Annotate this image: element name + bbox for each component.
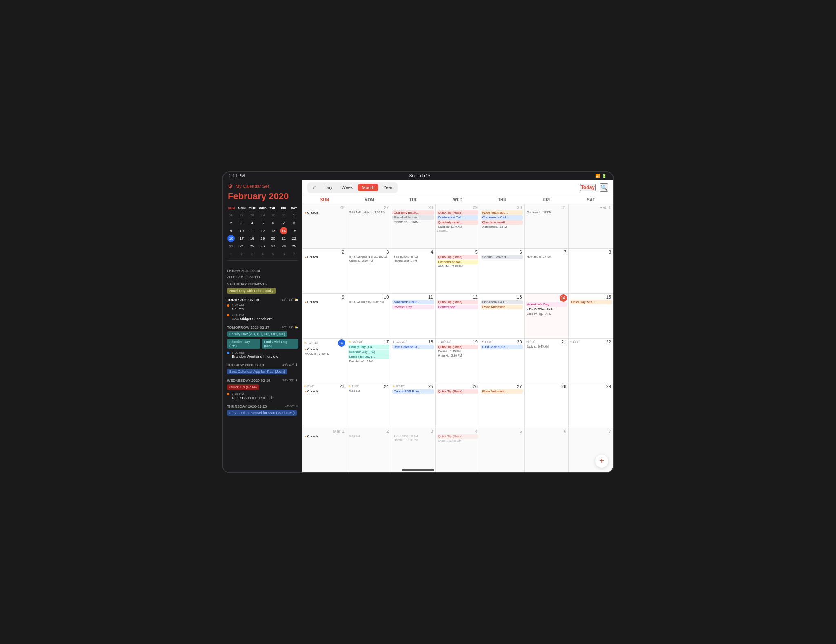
cal-event[interactable]: First Look at Se... — [481, 345, 523, 349]
cal-cell[interactable]: 28 Quarterly result... Shareholder me...… — [391, 204, 436, 249]
more-link[interactable]: 3 more... — [437, 229, 478, 232]
mini-day[interactable]: 30 — [269, 212, 277, 219]
cal-cell[interactable]: 6 Should I Move fr... — [480, 249, 525, 293]
cal-cell[interactable]: Feb 1 — [569, 204, 613, 249]
cal-cell[interactable]: 29 Quick Tip (Rose) Conference Call... Q… — [436, 204, 480, 249]
sidebar-settings[interactable]: ⚙ My Calendar Set — [228, 183, 298, 189]
cal-event[interactable]: 9:45 AM Folding and... 10 AM — [348, 255, 390, 258]
cal-cell[interactable]: 27 Rose Automatio... — [480, 383, 525, 428]
cal-event[interactable]: 9:45 AM — [348, 434, 390, 438]
cal-cell[interactable]: ⛅0°/-17° 25 Canon EOS R Im... — [391, 383, 436, 428]
cal-event[interactable]: Haircut Josh 1 PM — [392, 259, 434, 263]
cal-cell[interactable]: 31 Our favorit... 12 PM — [525, 204, 569, 249]
mini-day[interactable]: 23 — [227, 243, 235, 250]
cal-event[interactable]: Conference Call... — [437, 215, 478, 220]
cal-event[interactable]: Darkroom 4.4 U... — [481, 300, 523, 304]
mini-day[interactable]: 29 — [259, 212, 266, 219]
cal-cell[interactable]: 11 MindNode Cour... Investor Day — [391, 294, 436, 338]
mini-day[interactable]: 11 — [249, 227, 256, 234]
cal-event[interactable]: Quick Tip (Rose) — [437, 210, 478, 215]
mini-day[interactable]: 18 — [249, 235, 256, 242]
mini-day[interactable]: 24 — [238, 243, 245, 250]
mini-day[interactable]: 6 — [269, 219, 277, 227]
cal-cell[interactable]: 28 — [525, 383, 569, 428]
cal-cell[interactable]: 7 How and W... 7 AM — [525, 249, 569, 293]
cal-event[interactable]: Conference Call... — [481, 215, 523, 220]
cal-event[interactable]: Church — [304, 389, 345, 394]
list-item[interactable]: First Look at Sensei for Mac (Marius M.) — [227, 410, 298, 417]
cal-event[interactable]: Rose Automatio... — [481, 305, 523, 309]
cal-event-dads-birthday[interactable]: Dad's 52nd Birth... — [526, 307, 567, 312]
cal-cell[interactable]: 26 Quick Tip (Rose) — [436, 383, 480, 428]
cal-cell[interactable]: ☀0°/-7° 21 Jaclyn... 9:45 AM — [525, 339, 569, 383]
cal-event[interactable]: Louis Riel Day (... — [348, 354, 390, 359]
mini-day[interactable]: 4 — [259, 250, 266, 258]
cal-event[interactable]: AAA Mid... 2:30 PM — [304, 352, 345, 356]
cal-event[interactable]: 9:45 AM — [348, 389, 390, 393]
mini-day[interactable]: 7 — [280, 219, 287, 227]
cal-event[interactable]: Anna Ki... 3:30 PM — [437, 354, 478, 357]
cal-cell[interactable]: ☀-3°/-6° 20 First Look at Se... — [480, 339, 525, 383]
month-view-button[interactable]: Month — [358, 184, 378, 191]
cal-event[interactable]: Our favorit... 12 PM — [526, 210, 567, 214]
mini-day[interactable]: 20 — [269, 235, 277, 242]
cal-event[interactable]: Family Day (AB,... — [348, 345, 390, 349]
cal-cell[interactable]: 29 — [569, 383, 613, 428]
cal-event[interactable]: Quarterly result... — [437, 220, 478, 225]
mini-day[interactable]: 1 — [291, 212, 298, 219]
mini-day[interactable]: 17 — [238, 235, 245, 242]
list-item[interactable]: 9:45 AM Church — [227, 303, 298, 312]
mini-day[interactable]: 29 — [291, 243, 298, 250]
cal-cell[interactable]: 12 Quick Tip (Rose) Conference — [436, 294, 480, 338]
cal-event[interactable]: Rose Automatio... — [481, 389, 523, 394]
cal-event[interactable]: Quarterly result... — [481, 220, 523, 225]
mini-day[interactable]: 3 — [249, 250, 256, 258]
mini-day[interactable]: 27 — [269, 243, 277, 250]
mini-day-16[interactable]: 16 — [227, 235, 235, 242]
cal-event[interactable]: Hotel Day with... — [570, 300, 612, 304]
cal-cell[interactable]: 5 Quick Tip (Rose) Dividend annou... AAA… — [436, 249, 480, 293]
cal-cell[interactable]: 🌡-16°/-22° 19 Quick Tip (Rose) Dentist..… — [436, 339, 480, 383]
cal-cell[interactable]: 3 9:45 AM Folding and... 10 AM Cleanin..… — [347, 249, 391, 293]
cal-cell[interactable]: 8 — [569, 249, 613, 293]
mini-day[interactable]: 21 — [280, 235, 287, 242]
day-view-button[interactable]: Day — [320, 184, 337, 191]
cal-cell[interactable]: 30 Rose Automatio... Conference Call... … — [480, 204, 525, 249]
mini-day[interactable]: 7 — [291, 250, 298, 258]
mini-day[interactable]: 22 — [291, 235, 298, 242]
cal-cell[interactable]: 2 9:45 AM — [347, 428, 391, 472]
list-item[interactable]: 9:00 AM Brandon Wentland Interview — [227, 351, 298, 360]
cal-event[interactable]: Church — [304, 210, 345, 215]
cal-cell[interactable]: 13 Darkroom 4.4 U... Rose Automatio... — [480, 294, 525, 338]
mini-day[interactable]: 8 — [291, 219, 298, 227]
cal-event-church[interactable]: Church — [304, 347, 345, 352]
cal-event[interactable]: Quick Tip (Rose) — [437, 255, 478, 259]
cal-event[interactable]: Canon EOS R Im... — [392, 389, 434, 394]
cal-event-valentines[interactable]: Valentine's Day — [526, 302, 567, 307]
cal-cell[interactable]: 5 — [480, 428, 525, 472]
mini-day[interactable]: 2 — [238, 250, 245, 258]
search-button[interactable]: 🔍 — [600, 183, 608, 192]
list-item[interactable]: Islander Day (PE) Louis Riel Day (MB) — [227, 339, 298, 350]
cal-cell[interactable]: ⛅3°/-7° 23 Church — [302, 383, 347, 428]
cal-event[interactable]: Rose Automatio... — [481, 210, 523, 215]
cal-event[interactable]: Quick Tip (Rose) — [437, 345, 478, 349]
cal-event[interactable]: Dentist... 3:15 PM — [437, 350, 478, 353]
cal-event[interactable]: Should I Move fr... — [481, 255, 523, 259]
cal-event[interactable]: Quick Tip (Rose) — [437, 389, 478, 394]
mini-day[interactable]: 6 — [280, 250, 287, 258]
cal-cell-today[interactable]: 14 Valentine's Day Dad's 52nd Birth... Z… — [525, 294, 569, 338]
mini-day[interactable]: 26 — [259, 243, 266, 250]
week-view-button[interactable]: Week — [338, 184, 357, 191]
cal-cell[interactable]: 9 Church — [302, 294, 347, 338]
list-item[interactable]: 2:30 PM AAA Midget Supervision? — [227, 313, 298, 322]
cal-event[interactable]: TSS Editori... 8 AM — [392, 434, 434, 438]
cal-cell[interactable]: 3 TSS Editori... 8 AM Haircut... 12:30 P… — [391, 428, 436, 472]
list-item[interactable]: 3:15 PM Dentist Appointment Josh — [227, 392, 298, 401]
cal-event[interactable]: Quarterly result... — [392, 210, 434, 215]
cal-cell[interactable]: Mar 1 Church — [302, 428, 347, 472]
mini-day[interactable]: 19 — [259, 235, 266, 242]
cal-event[interactable]: Dividend annou... — [437, 260, 478, 264]
cal-cell[interactable]: 7 — [569, 428, 613, 472]
cal-cell[interactable]: 2 Church — [302, 249, 347, 293]
